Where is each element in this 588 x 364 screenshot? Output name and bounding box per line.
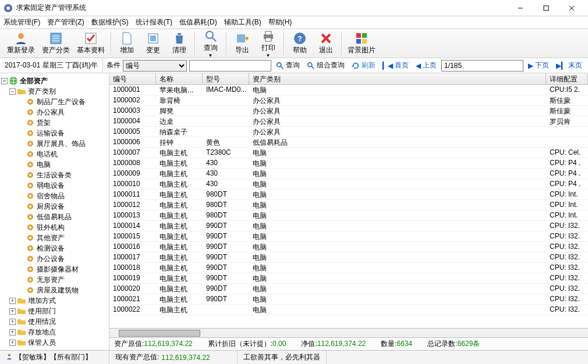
table-row[interactable]: 1000012电脑主机980DT电脑CPU: Int. bbox=[109, 200, 588, 210]
refresh-link[interactable]: 刷新 bbox=[349, 60, 378, 70]
table-row[interactable]: 1000003脚凳办公家具斯佳蒙 bbox=[109, 106, 588, 116]
table-row[interactable]: 1000010电脑主机430电脑CPU: P4 . bbox=[109, 179, 588, 190]
close-button[interactable] bbox=[559, 1, 585, 16]
tree-item[interactable]: 生活设备类 bbox=[1, 170, 108, 180]
basic-button[interactable]: 基本资料 bbox=[73, 30, 108, 56]
collapse-icon[interactable]: − bbox=[9, 88, 16, 95]
menu-item[interactable]: 帮助(H) bbox=[268, 17, 292, 27]
page-number-input[interactable] bbox=[441, 60, 523, 72]
col-cat[interactable]: 资产类别 bbox=[249, 73, 546, 84]
add-button[interactable]: 增加 bbox=[114, 30, 140, 56]
folder-icon bbox=[17, 306, 26, 316]
tree-item[interactable]: 房屋及建筑物 bbox=[1, 285, 108, 295]
tree-item[interactable]: 宿舍物品 bbox=[1, 191, 108, 201]
table-row[interactable]: 1000013电脑主机980DT电脑CPU: Int. bbox=[109, 210, 588, 221]
folder-icon bbox=[17, 296, 26, 305]
table-row[interactable]: 1000005纳森桌子办公家具 bbox=[109, 127, 588, 137]
menu-item[interactable]: 辅助工具(B) bbox=[224, 17, 261, 27]
menu-item[interactable]: 数据维护(S) bbox=[91, 17, 129, 27]
next-page-link[interactable]: ▶下页 bbox=[526, 60, 551, 70]
scroll-thumb[interactable] bbox=[119, 330, 200, 337]
tree-group[interactable]: +增加方式 bbox=[1, 295, 108, 306]
expand-icon[interactable]: + bbox=[9, 319, 16, 325]
tree-group[interactable]: +使用部门 bbox=[1, 306, 108, 316]
menu-item[interactable]: 低值易耗(D) bbox=[179, 17, 217, 27]
tree-item[interactable]: 电话机 bbox=[1, 149, 108, 159]
tree-item[interactable]: 展厅展具、饰品 bbox=[1, 138, 108, 149]
grid-panel: 编号 名称 型号 资产类别 详细配置 1000001苹果电脑...IMAC-MD… bbox=[109, 73, 588, 350]
expand-icon[interactable]: + bbox=[9, 308, 16, 315]
dispose-button[interactable]: 清理 bbox=[166, 30, 192, 56]
tree-item[interactable]: 制品厂生产设备 bbox=[1, 97, 108, 107]
filter-field-select[interactable]: 编号 bbox=[123, 60, 187, 72]
col-name[interactable]: 名称 bbox=[156, 73, 203, 84]
menu-item[interactable]: 系统管理(F) bbox=[3, 17, 40, 27]
tree-item[interactable]: 货架 bbox=[1, 117, 108, 128]
table-row[interactable]: 1000018电脑主机990DT电脑CPU: I32. bbox=[109, 263, 588, 273]
last-page-link[interactable]: ▶▎末页 bbox=[554, 60, 585, 70]
tree-item[interactable]: 电脑 bbox=[1, 159, 108, 170]
tree-item[interactable]: 其他资产 bbox=[1, 233, 108, 243]
search-button[interactable]: 查询▼ bbox=[197, 28, 224, 59]
export-button[interactable]: 导出 bbox=[229, 30, 255, 56]
table-row[interactable]: 1000017电脑主机990DT电脑CPU: I32. bbox=[109, 252, 588, 263]
exit-button[interactable]: 退出 bbox=[313, 30, 339, 56]
minimize-button[interactable] bbox=[508, 1, 533, 16]
tree-group[interactable]: +使用情况 bbox=[1, 316, 108, 327]
tree-item[interactable]: 运输设备 bbox=[1, 128, 108, 138]
tree-group[interactable]: +存放地点 bbox=[1, 327, 108, 337]
tree-item[interactable]: 办公家具 bbox=[1, 107, 108, 117]
table-row[interactable]: 1000020电脑主机990DT电脑CPU: I32. bbox=[109, 284, 588, 294]
tree-item[interactable]: 驻外机构 bbox=[1, 222, 108, 233]
refresh-icon bbox=[352, 62, 360, 70]
table-row[interactable]: 1000009电脑主机430电脑CPU: P4 . bbox=[109, 169, 588, 179]
change-button[interactable]: 变更 bbox=[140, 30, 166, 56]
tree-item[interactable]: 弱电设备 bbox=[1, 180, 108, 191]
tree-item[interactable]: 摄影摄像器材 bbox=[1, 264, 108, 274]
category-button[interactable]: 资产分类 bbox=[38, 30, 73, 56]
collapse-icon[interactable]: − bbox=[1, 78, 8, 84]
horizontal-scrollbar[interactable] bbox=[109, 328, 588, 337]
col-model[interactable]: 型号 bbox=[203, 73, 249, 84]
table-row[interactable]: 1000004边桌办公家具罗贝肯 bbox=[109, 116, 588, 127]
table-row[interactable]: 1000011电脑主机980DT电脑CPU: Int. bbox=[109, 190, 588, 200]
expand-icon[interactable]: + bbox=[9, 340, 16, 346]
search-link[interactable]: 查询 bbox=[274, 60, 302, 70]
table-row[interactable]: 1000001苹果电脑...IMAC-MD0...电脑CPU:I5 2. bbox=[109, 85, 588, 95]
tree-item[interactable]: 低值易耗品 bbox=[1, 212, 108, 222]
expand-icon[interactable]: + bbox=[9, 329, 16, 336]
table-row[interactable]: 1000008电脑主机430电脑CPU: P4 . bbox=[109, 158, 588, 169]
gear-icon bbox=[26, 275, 35, 284]
tree-item[interactable]: 办公设备 bbox=[1, 254, 108, 264]
grid-body[interactable]: 1000001苹果电脑...IMAC-MD0...电脑CPU:I5 2.1000… bbox=[109, 85, 588, 328]
help-button[interactable]: ?帮助 bbox=[286, 30, 313, 56]
relogin-button[interactable]: 重新登录 bbox=[3, 30, 38, 56]
expand-icon[interactable]: + bbox=[9, 298, 16, 304]
tree-item[interactable]: 检测设备 bbox=[1, 243, 108, 254]
table-row[interactable]: 1000014电脑主机990DT电脑CPU: I32. bbox=[109, 221, 588, 231]
tree-item[interactable]: 无形资产 bbox=[1, 274, 108, 285]
first-page-link[interactable]: ▎◀首页 bbox=[380, 60, 411, 70]
col-id[interactable]: 编号 bbox=[109, 73, 156, 84]
table-row[interactable]: 1000006挂钟黄色低值易耗品 bbox=[109, 137, 588, 148]
print-button[interactable]: 打印▼ bbox=[255, 28, 281, 59]
table-row[interactable]: 1000016电脑主机990DT电脑CPU: I32. bbox=[109, 242, 588, 252]
table-row[interactable]: 1000019电脑主机990DT电脑CPU: I32. bbox=[109, 273, 588, 284]
combine-search-link[interactable]: 组合查询 bbox=[304, 60, 347, 70]
menu-item[interactable]: 资产管理(Z) bbox=[47, 17, 84, 27]
table-row[interactable]: 1000022电脑主机电脑CPU: I32. bbox=[109, 305, 588, 315]
tree-group[interactable]: −资产类别 bbox=[1, 86, 108, 97]
table-row[interactable]: 1000021电脑主机990DT电脑CPU: I32. bbox=[109, 294, 588, 305]
prev-page-link[interactable]: ◀上页 bbox=[413, 60, 439, 70]
table-row[interactable]: 1000002靠背椅办公家具斯佳蒙 bbox=[109, 95, 588, 106]
maximize-button[interactable] bbox=[533, 1, 559, 16]
col-cfg[interactable]: 详细配置 bbox=[546, 73, 588, 84]
table-row[interactable]: 1000007电脑主机T2380C电脑CPU: Cel. bbox=[109, 148, 588, 158]
menu-item[interactable]: 统计报表(T) bbox=[136, 17, 172, 27]
background-button[interactable]: 背景图片 bbox=[344, 30, 379, 56]
filter-value-input[interactable] bbox=[189, 60, 271, 72]
tree-item[interactable]: 厨房设备 bbox=[1, 201, 108, 212]
tree-group[interactable]: +保管人员 bbox=[1, 337, 108, 348]
table-row[interactable]: 1000015电脑主机990DT电脑CPU: I32. bbox=[109, 231, 588, 242]
tree-root[interactable]: −全部资产 bbox=[1, 76, 108, 86]
